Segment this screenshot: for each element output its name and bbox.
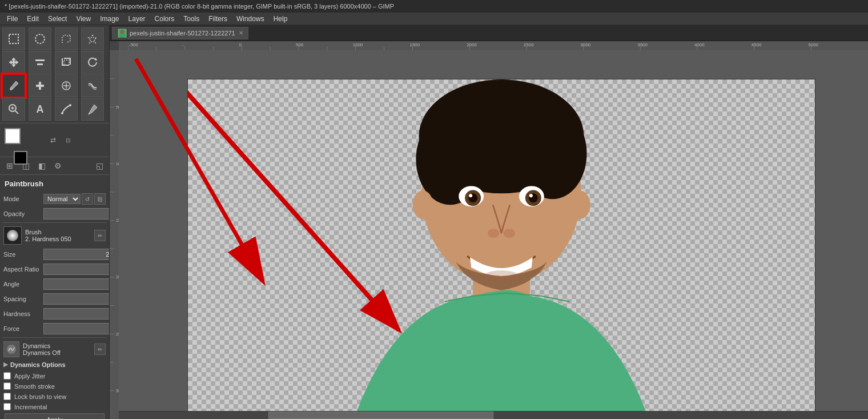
dynamics-options-header[interactable]: ▶ Dynamics Options [2,360,107,369]
angle-label: Angle [3,281,43,288]
separator-2 [2,337,107,338]
brush-edit-icon[interactable]: ✏ [94,230,106,241]
canvas-viewport[interactable] [119,50,868,419]
ruler-horizontal: -500 - 0 500 1000 1500 2000 2500 3000 35… [110,41,868,50]
menu-layer[interactable]: Layer [124,14,150,24]
apply-button[interactable]: Apply [5,413,105,419]
horizontal-scrollbar[interactable] [119,411,868,419]
menu-image[interactable]: Image [95,14,123,24]
rotate-tool[interactable] [81,51,104,74]
hardness-row: Hardness ▲ ▼ ↺ ⛓ [2,308,107,320]
incremental-row: Incremental [2,402,107,411]
angle-input[interactable] [43,278,109,290]
size-input[interactable] [43,249,109,260]
menu-view[interactable]: View [71,14,95,24]
tool-name-label: Paintbrush [2,178,107,189]
svg-text:3000: 3000 [581,42,591,47]
dynamics-row[interactable]: Dynamics Dynamics Off ✏ [2,340,107,358]
ellipse-select-tool[interactable] [29,27,51,50]
zoom-tool[interactable] [2,98,25,121]
tab-thumbnail [117,28,127,38]
mode-reset-icon[interactable]: ↺ [82,193,93,205]
swap-colors-icon[interactable]: ⇄ [47,134,59,146]
canvas-area: pexels-justin-shaifer-501272-1222271 ✕ [110,25,868,419]
dynamics-value: Dynamics Off [23,349,93,356]
aspect-ratio-input[interactable] [43,264,109,275]
move-tool[interactable] [2,51,25,74]
rect-select-tool[interactable] [2,27,25,50]
menu-filters[interactable]: Filters [204,14,232,24]
incremental-label[interactable]: Incremental [14,404,47,410]
svg-point-76 [570,190,590,219]
settings-icon[interactable]: ⚙ [51,159,64,172]
smooth-stroke-checkbox[interactable] [3,382,11,390]
svg-point-1 [35,34,45,43]
text-tool[interactable]: A [29,98,51,121]
lock-brush-checkbox[interactable] [3,393,11,400]
tool-grid: A [0,25,109,123]
hardness-input[interactable] [43,308,109,320]
svg-text:1500: 1500 [409,42,420,47]
lock-brush-label[interactable]: Lock brush to view [14,393,66,400]
smooth-stroke-label[interactable]: Smooth stroke [14,383,55,390]
opacity-input[interactable] [43,208,109,220]
spacing-label: Spacing [3,296,43,302]
menu-colors[interactable]: Colors [150,14,179,24]
crop-tool[interactable] [55,51,78,74]
tab-close-icon[interactable]: ✕ [239,30,243,36]
brush-name-value: 2. Hardness 050 [25,236,93,242]
spacing-row: Spacing ▲ ▼ ↺ ⛓ [2,293,107,305]
image-tab[interactable]: pexels-justin-shaifer-501272-1222271 ✕ [112,27,248,39]
menu-select[interactable]: Select [43,14,71,24]
apply-jitter-label[interactable]: Apply Jitter [14,373,45,380]
incremental-checkbox[interactable] [3,403,11,410]
canvas-with-ruler: 500 1000 1500 2000 2500 3000 [110,50,868,419]
reset-colors-icon[interactable]: ⊡ [62,134,74,146]
svg-rect-18 [120,33,125,37]
menu-tools[interactable]: Tools [179,14,204,24]
fuzzy-select-tool[interactable] [81,27,104,50]
svg-point-13 [61,112,63,114]
clone-tool[interactable] [55,74,78,97]
menu-file[interactable]: File [2,14,22,24]
force-input[interactable] [43,323,109,334]
menu-windows[interactable]: Windows [232,14,269,24]
svg-text:0: 0 [239,42,242,47]
size-label: Size [3,251,43,258]
gradients-icon[interactable]: ◧ [35,159,48,172]
menu-edit[interactable]: Edit [22,14,43,24]
svg-rect-3 [37,63,43,65]
mode-chain-icon[interactable]: ⛓ [94,193,106,205]
color-picker-tool[interactable] [81,98,104,121]
svg-text:1000: 1000 [353,42,363,47]
mode-select[interactable]: Normal [43,194,81,204]
smudge-tool[interactable] [81,74,104,97]
apply-jitter-checkbox[interactable] [3,372,11,380]
ruler-corner [110,41,119,50]
heal-tool[interactable] [29,74,51,97]
svg-text:2000: 2000 [467,42,477,47]
svg-text:5000: 5000 [808,42,818,47]
svg-rect-2 [35,59,45,61]
title-text: * [pexels-justin-shaifer-501272-1222271]… [5,3,394,10]
expand-icon[interactable]: ◱ [93,159,106,172]
canvas-image [187,79,815,419]
paintbrush-tool[interactable] [2,74,25,97]
force-row: Force ▲ ▼ ↺ [2,322,107,335]
tool-options-panel: Paintbrush Mode Normal ↺ ⛓ Opacity ▲ ▼ [0,175,109,419]
image-tabs: pexels-justin-shaifer-501272-1222271 ✕ [110,25,868,41]
svg-text:2500: 2500 [524,42,534,47]
separator-1 [2,222,107,223]
spacing-input[interactable] [43,293,109,305]
foreground-color[interactable] [5,128,21,144]
background-color[interactable] [14,151,27,165]
align-tool[interactable] [29,51,51,74]
brush-row[interactable]: Brush 2. Hardness 050 ✏ [2,225,107,246]
paths-tool[interactable] [55,98,78,121]
svg-text:3500: 3500 [637,42,648,47]
free-select-tool[interactable] [55,27,78,50]
svg-rect-4 [64,60,69,65]
menu-help[interactable]: Help [269,14,292,24]
size-row: Size ▲ ▼ ↺ ⛓ [2,248,107,261]
dynamics-edit-icon[interactable]: ✏ [94,344,106,355]
